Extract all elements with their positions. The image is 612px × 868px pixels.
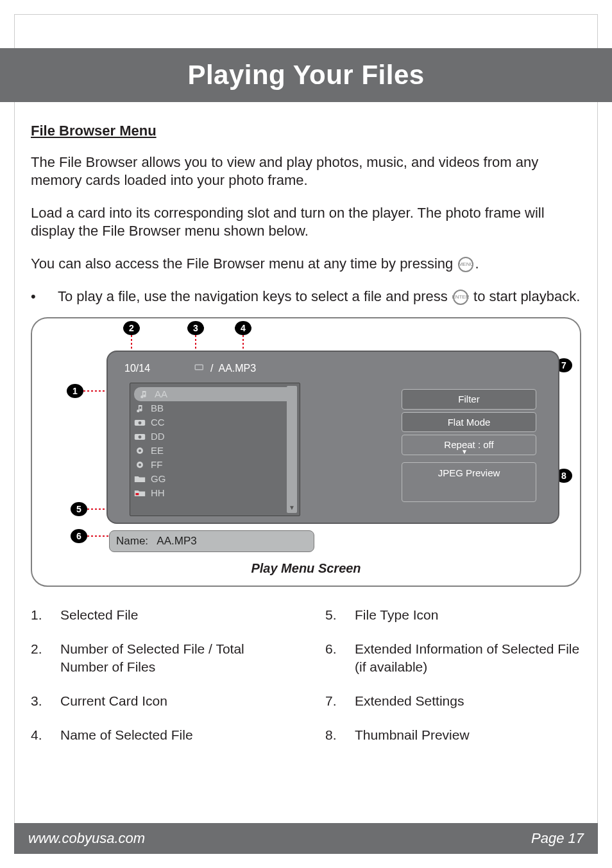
svg-rect-17 xyxy=(135,493,139,495)
legend-item: 1.Selected File xyxy=(31,606,287,623)
paragraph-1: The File Browser allows you to view and … xyxy=(31,153,581,190)
path-separator: / xyxy=(210,362,213,376)
name-label: Name: xyxy=(116,535,148,547)
settings-panel: Filter Flat Mode Repeat : off ▼ xyxy=(402,389,536,458)
bullet-marker: • xyxy=(31,288,37,306)
legend-text: Number of Selected File / Total Number o… xyxy=(60,640,287,675)
settings-flat-mode: Flat Mode xyxy=(402,412,536,433)
file-label: FF xyxy=(151,458,162,471)
callout-2: 2 xyxy=(123,321,140,335)
file-label: BB xyxy=(151,402,164,415)
file-row: GG xyxy=(130,472,300,486)
legend-item: 6.Extended Information of Selected File … xyxy=(325,640,581,675)
scrollbar xyxy=(287,386,297,513)
file-label: AA xyxy=(155,388,167,401)
gear-icon xyxy=(134,460,146,469)
svg-point-12 xyxy=(139,436,142,439)
camera-icon xyxy=(134,432,146,441)
file-row: AA xyxy=(134,387,296,401)
legend-grid: 1.Selected File 5.File Type Icon 2.Numbe… xyxy=(31,606,581,743)
legend-text: Name of Selected File xyxy=(60,726,193,743)
settings-filter: Filter xyxy=(402,389,536,410)
card-icon xyxy=(194,362,205,376)
legend-num: 4. xyxy=(31,726,47,743)
page-footer: www.cobyusa.com Page 17 xyxy=(14,823,598,854)
jpeg-preview: JPEG Preview xyxy=(402,462,536,502)
file-row: EE xyxy=(130,444,300,458)
bullet-pre: To play a file, use the navigation keys … xyxy=(58,288,452,304)
current-file-name: AA.MP3 xyxy=(219,362,257,376)
camera-icon xyxy=(134,418,146,427)
callout-6: 6 xyxy=(71,529,87,543)
file-label: EE xyxy=(151,444,164,457)
file-row: DD xyxy=(130,430,300,444)
callout-5: 5 xyxy=(71,502,87,516)
menu-button-icon: MENU xyxy=(458,257,473,272)
legend-text: Extended Settings xyxy=(355,692,464,709)
legend-item: 4.Name of Selected File xyxy=(31,726,287,743)
callout-3: 3 xyxy=(187,321,204,335)
enter-button-icon: ENTER xyxy=(453,290,468,305)
legend-num: 2. xyxy=(31,640,47,675)
legend-text: Extended Information of Selected File (i… xyxy=(355,640,581,675)
paragraph-3-pre: You can also access the File Browser men… xyxy=(31,256,457,272)
legend-text: Thumbnail Preview xyxy=(355,726,470,743)
music-icon xyxy=(138,390,149,399)
diagram-caption: Play Menu Screen xyxy=(32,560,580,577)
name-bar: Name: AA.MP3 xyxy=(109,530,314,552)
leader-icon xyxy=(87,535,109,537)
file-row: FF xyxy=(130,458,300,472)
legend-item: 7.Extended Settings xyxy=(325,692,581,709)
legend-num: 3. xyxy=(31,692,47,709)
svg-point-10 xyxy=(139,422,142,425)
paragraph-3: You can also access the File Browser men… xyxy=(31,255,581,273)
folder-icon xyxy=(134,489,146,498)
file-label: HH xyxy=(151,487,165,499)
music-icon xyxy=(134,404,146,413)
bullet-post: to start playback. xyxy=(470,288,580,304)
paragraph-3-post: . xyxy=(475,256,479,272)
svg-point-14 xyxy=(139,449,141,452)
legend-num: 8. xyxy=(325,726,342,743)
svg-rect-8 xyxy=(196,365,203,369)
section-title: File Browser Menu xyxy=(31,122,581,141)
legend-num: 5. xyxy=(325,606,342,623)
legend-num: 7. xyxy=(325,692,342,709)
content-area: File Browser Menu The File Browser allow… xyxy=(31,122,581,744)
paragraph-2: Load a card into its corresponding slot … xyxy=(31,204,581,241)
legend-item: 3.Current Card Icon xyxy=(31,692,287,709)
legend-num: 1. xyxy=(31,606,47,623)
legend-item: 8.Thumbnail Preview xyxy=(325,726,581,743)
legend-item: 5.File Type Icon xyxy=(325,606,581,623)
play-menu-diagram: 2 3 4 1 5 6 7 8 10/14 / AA.M xyxy=(31,317,581,587)
legend-text: Selected File xyxy=(60,606,138,623)
file-row: CC xyxy=(130,415,300,430)
legend-text: Current Card Icon xyxy=(60,692,167,709)
file-row: HH xyxy=(130,486,300,500)
bullet-list: • To play a file, use the navigation key… xyxy=(31,288,581,306)
screen-top-line: 10/14 / AA.MP3 xyxy=(124,362,541,376)
file-row: BB xyxy=(130,401,300,415)
legend-item: 2.Number of Selected File / Total Number… xyxy=(31,640,287,675)
file-label: CC xyxy=(151,416,165,429)
settings-repeat-text: Repeat : off xyxy=(444,439,493,450)
folder-icon xyxy=(134,474,146,483)
page-title: Playing Your Files xyxy=(187,60,424,91)
callout-4: 4 xyxy=(235,321,251,335)
footer-page: Page 17 xyxy=(531,830,584,847)
file-label: GG xyxy=(151,473,166,485)
settings-repeat: Repeat : off ▼ xyxy=(402,435,536,455)
callout-1: 1 xyxy=(67,384,83,398)
file-label: DD xyxy=(151,430,165,443)
name-value: AA.MP3 xyxy=(157,535,196,547)
file-list: AA BB CC DD EE xyxy=(130,383,300,516)
bullet-text: To play a file, use the navigation keys … xyxy=(58,288,581,306)
svg-point-16 xyxy=(139,464,141,466)
legend-num: 6. xyxy=(325,640,342,675)
file-counter: 10/14 xyxy=(124,362,150,376)
screen-mock: 10/14 / AA.MP3 AA BB CC xyxy=(106,351,559,524)
chevron-down-icon: ▼ xyxy=(461,447,468,456)
gear-icon xyxy=(134,446,146,455)
footer-url: www.cobyusa.com xyxy=(28,830,145,847)
legend-text: File Type Icon xyxy=(355,606,438,623)
